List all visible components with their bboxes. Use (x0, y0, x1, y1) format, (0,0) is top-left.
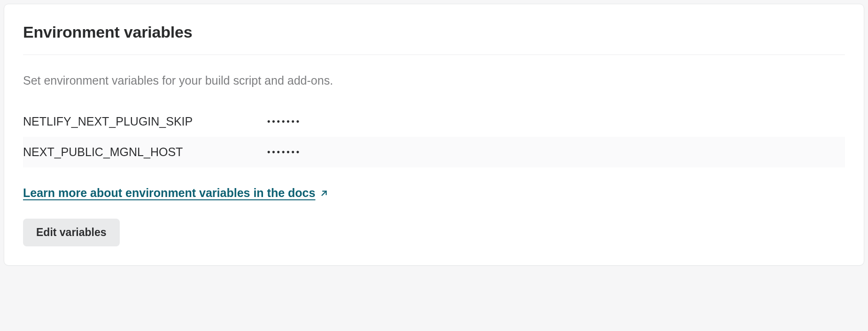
section-title: Environment variables (23, 23, 845, 41)
actions-row: Edit variables (23, 219, 845, 246)
docs-link-text: Learn more about environment variables i… (23, 186, 315, 200)
svg-line-0 (322, 191, 326, 195)
section-header: Environment variables (23, 23, 845, 55)
env-var-row: NEXT_PUBLIC_MGNL_HOST ••••••• (23, 137, 845, 167)
docs-link[interactable]: Learn more about environment variables i… (23, 186, 328, 200)
env-var-value-masked: ••••••• (267, 147, 301, 157)
env-vars-card: Environment variables Set environment va… (4, 4, 864, 266)
env-var-key: NEXT_PUBLIC_MGNL_HOST (23, 145, 267, 159)
env-var-value-masked: ••••••• (267, 117, 301, 126)
external-link-icon (320, 189, 328, 197)
section-description: Set environment variables for your build… (23, 74, 845, 87)
env-vars-table: NETLIFY_NEXT_PLUGIN_SKIP ••••••• NEXT_PU… (23, 106, 845, 167)
env-var-key: NETLIFY_NEXT_PLUGIN_SKIP (23, 115, 267, 128)
env-var-row: NETLIFY_NEXT_PLUGIN_SKIP ••••••• (23, 106, 845, 137)
edit-variables-button[interactable]: Edit variables (23, 219, 120, 246)
